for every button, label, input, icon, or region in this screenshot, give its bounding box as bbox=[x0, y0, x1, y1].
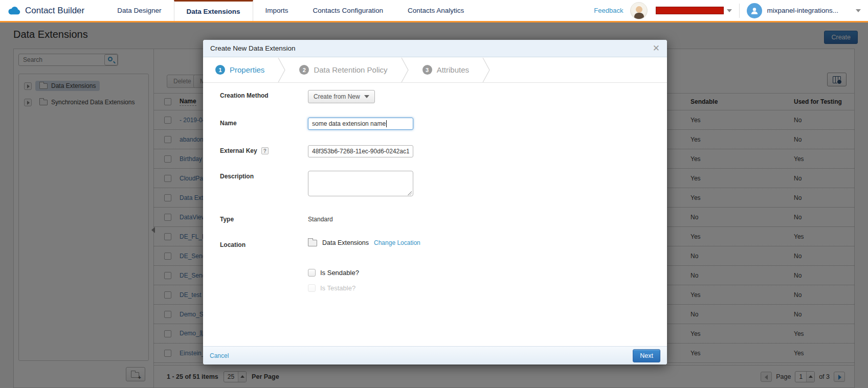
modal-title: Create New Data Extension bbox=[210, 44, 296, 52]
create-data-extension-modal: Create New Data Extension ✕ 1 Properties… bbox=[203, 40, 667, 364]
creation-method-label: Creation Method bbox=[220, 90, 308, 99]
is-sendable-checkbox[interactable] bbox=[308, 269, 316, 277]
nav-tab-data-designer[interactable]: Data Designer bbox=[105, 0, 173, 21]
top-navbar: Contact Builder Data Designer Data Exten… bbox=[0, 0, 868, 22]
feedback-link[interactable]: Feedback bbox=[594, 7, 623, 14]
modal-body: Creation Method Create from New Name som… bbox=[203, 83, 667, 346]
description-row: Description bbox=[220, 171, 413, 198]
type-row: Type Standard bbox=[220, 214, 333, 223]
help-icon[interactable]: ? bbox=[261, 147, 269, 154]
step-data-retention-policy[interactable]: 2 Data Retention Policy bbox=[299, 65, 400, 75]
app-title: Contact Builder bbox=[25, 6, 84, 16]
nav-tab-contacts-configuration[interactable]: Contacts Configuration bbox=[301, 0, 395, 21]
step-properties[interactable]: 1 Properties bbox=[215, 65, 278, 75]
location-row: Location Data Extensions Change Location bbox=[220, 239, 420, 248]
modal-footer: Cancel Next bbox=[203, 346, 667, 364]
text-cursor bbox=[386, 120, 387, 127]
external-key-label: External Key bbox=[220, 147, 257, 154]
is-testable-checkbox bbox=[308, 284, 316, 292]
nav-tab-contacts-analytics[interactable]: Contacts Analytics bbox=[395, 0, 476, 21]
creation-method-dropdown[interactable]: Create from New bbox=[308, 90, 375, 103]
chevron-down-icon[interactable] bbox=[727, 9, 732, 12]
change-location-link[interactable]: Change Location bbox=[374, 239, 420, 246]
header-divider bbox=[739, 4, 740, 18]
cancel-link[interactable]: Cancel bbox=[210, 352, 229, 359]
step-attributes[interactable]: 3 Attributes bbox=[422, 65, 482, 75]
cloud-logo-icon bbox=[7, 6, 20, 15]
is-testable-label: Is Testable? bbox=[320, 284, 355, 292]
step-separator bbox=[482, 58, 491, 82]
wizard-steps: 1 Properties 2 Data Retention Policy 3 A… bbox=[203, 57, 667, 83]
creation-method-row: Creation Method Create from New bbox=[220, 90, 375, 103]
name-label: Name bbox=[220, 118, 308, 127]
type-value: Standard bbox=[308, 214, 333, 223]
modal-titlebar: Create New Data Extension ✕ bbox=[203, 40, 667, 57]
location-label: Location bbox=[220, 239, 308, 248]
step-separator bbox=[278, 58, 286, 82]
person-icon bbox=[750, 6, 759, 15]
primary-nav: Data Designer Data Extensions Imports Co… bbox=[105, 0, 476, 21]
account-name[interactable]: mixpanel-integrations... bbox=[767, 7, 838, 14]
nav-tab-data-extensions[interactable]: Data Extensions bbox=[174, 0, 253, 21]
nav-tab-imports[interactable]: Imports bbox=[253, 0, 301, 21]
is-sendable-row: Is Sendable? bbox=[308, 269, 359, 277]
next-button[interactable]: Next bbox=[633, 349, 660, 362]
location-value: Data Extensions bbox=[322, 239, 369, 246]
external-key-row: External Key ? bbox=[220, 145, 413, 157]
name-input[interactable]: some data extension name bbox=[308, 118, 413, 130]
brand: Contact Builder bbox=[0, 0, 105, 21]
redacted-account-block[interactable] bbox=[656, 7, 724, 14]
chevron-down-icon bbox=[364, 95, 369, 98]
is-sendable-label: Is Sendable? bbox=[320, 269, 359, 277]
name-row: Name some data extension name bbox=[220, 118, 413, 130]
description-textarea[interactable] bbox=[308, 171, 413, 196]
user-avatar[interactable] bbox=[747, 3, 762, 18]
app-root: Contact Builder Data Designer Data Exten… bbox=[0, 0, 868, 388]
external-key-input[interactable] bbox=[308, 145, 413, 157]
is-testable-row: Is Testable? bbox=[308, 284, 355, 292]
step-separator bbox=[401, 58, 409, 82]
einstein-avatar[interactable] bbox=[630, 2, 648, 19]
account-chevron-down-icon[interactable] bbox=[856, 9, 861, 12]
type-label: Type bbox=[220, 214, 308, 223]
close-icon[interactable]: ✕ bbox=[653, 44, 660, 53]
description-label: Description bbox=[220, 171, 308, 180]
folder-icon bbox=[308, 240, 317, 246]
header-right: Feedback mixpanel-integrations... bbox=[594, 0, 868, 21]
